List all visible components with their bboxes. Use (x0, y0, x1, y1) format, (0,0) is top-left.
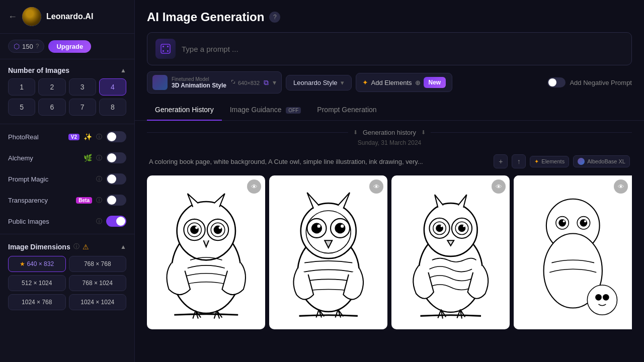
elements-label: Add Elements (371, 79, 412, 86)
svg-point-19 (311, 223, 322, 234)
image-card-4[interactable]: 👁 (514, 175, 632, 329)
dim-title: Image Dimensions (8, 243, 70, 251)
neg-prompt-toggle[interactable] (547, 77, 566, 87)
image-eye-btn-2[interactable]: 👁 (369, 179, 383, 194)
history-label: Generation history (363, 129, 416, 136)
photoreal-v2-badge: V2 (68, 134, 79, 140)
photoreal-info-icon[interactable]: ⓘ (96, 133, 102, 141)
image-guidance-badge: OFF (286, 107, 301, 114)
image-card-2[interactable]: 👁 (269, 175, 387, 329)
dim-btn-640x832[interactable]: ★640 × 832 (8, 256, 66, 272)
prompt-magic-toggle[interactable] (106, 173, 126, 185)
prompt-magic-row: Prompt Magic ⓘ (0, 168, 134, 190)
toolbar: Finetuned Model 3D Animation Style 640×8… (147, 71, 632, 94)
num-btn-3[interactable]: 3 (69, 78, 96, 96)
num-btn-5[interactable]: 5 (8, 99, 35, 116)
main-header: AI Image Generation ? Fine (135, 0, 644, 100)
svg-point-20 (317, 225, 320, 228)
image-card-1[interactable]: 👁 (147, 175, 265, 329)
prompt-actions: + ↑ ✦ Elements AlbedoBase XL (494, 154, 630, 168)
svg-rect-4 (167, 50, 169, 52)
num-btn-1[interactable]: 1 (8, 78, 35, 96)
credits-help-icon[interactable]: ? (36, 43, 39, 50)
main-content: AI Image Generation ? Fine (135, 0, 644, 362)
sidebar: ← Leonardo.AI ⬡ 150 ? Upgrade Number of … (0, 0, 135, 362)
transparency-label: Transparency (8, 197, 72, 204)
elements-tag: ✦ Elements (530, 156, 569, 167)
style-chevron-icon: ▾ (341, 79, 344, 86)
num-btn-4[interactable]: 4 (99, 78, 126, 96)
svg-point-37 (562, 220, 565, 222)
alchemy-row: Alchemy 🌿 ⓘ (0, 147, 134, 168)
public-images-label: Public Images (8, 218, 92, 225)
alchemy-toggle[interactable] (106, 152, 126, 163)
sidebar-header: ← Leonardo.AI (0, 0, 134, 34)
model-size: 640×832 (230, 79, 260, 86)
add-prompt-button[interactable]: + (494, 154, 508, 168)
prompt-input[interactable] (182, 45, 623, 53)
upgrade-button[interactable]: Upgrade (48, 40, 91, 53)
prompt-magic-label: Prompt Magic (8, 175, 92, 183)
new-badge: New (424, 77, 446, 88)
history-prompt-row: A coloring book page, white background, … (147, 154, 632, 168)
num-btn-2[interactable]: 2 (38, 78, 65, 96)
prompt-magic-info-icon[interactable]: ⓘ (96, 175, 102, 184)
public-images-row: Public Images ⓘ (0, 211, 134, 232)
photoreal-label: PhotoReal (8, 133, 64, 141)
image-dimensions-section: Image Dimensions ⓘ ⚠ ▲ ★640 × 832 768 × … (0, 236, 134, 316)
tab-generation-history[interactable]: Generation History (147, 100, 222, 121)
brand-name: Leonardo.AI (46, 12, 93, 21)
svg-point-36 (558, 219, 566, 227)
owl-image-4 (514, 175, 632, 329)
image-card-3[interactable]: 👁 (391, 175, 510, 329)
dim-info-icon[interactable]: ⓘ (73, 242, 79, 251)
tab-prompt-generation[interactable]: Prompt Generation (309, 100, 384, 121)
history-section-header: ⬇ Generation history ⬇ (147, 129, 632, 136)
photoreal-row: PhotoReal V2 ✨ ⓘ (0, 126, 134, 147)
num-btn-7[interactable]: 7 (69, 99, 96, 116)
num-btn-8[interactable]: 8 (99, 99, 126, 116)
dim-btn-512x1024[interactable]: 512 × 1024 (8, 275, 66, 291)
public-images-toggle[interactable] (106, 216, 126, 227)
dim-btn-768x1024[interactable]: 768 × 1024 (69, 275, 127, 291)
dim-btn-1024x1024[interactable]: 1024 × 1024 (69, 294, 127, 310)
transparency-info-icon[interactable]: ⓘ (96, 196, 102, 205)
model-tag-avatar (578, 158, 585, 165)
elements-button[interactable]: ✦ Add Elements ⊕ New (356, 73, 453, 92)
back-button[interactable]: ← (8, 12, 17, 21)
svg-point-42 (587, 285, 617, 315)
rerun-button[interactable]: ↑ (512, 154, 526, 168)
svg-rect-2 (167, 46, 169, 47)
arrow-right-icon: ⬇ (421, 129, 426, 136)
dim-chevron-up-icon[interactable]: ▲ (120, 243, 126, 250)
style-selector[interactable]: Leonardo Style ▾ (286, 75, 351, 90)
credits-icon: ⬡ (14, 42, 20, 50)
model-chevron-icon: ▾ (273, 78, 276, 86)
page-help-icon[interactable]: ? (269, 12, 280, 23)
chevron-up-icon[interactable]: ▲ (120, 67, 126, 74)
dim-title-row: Image Dimensions ⓘ ⚠ (8, 242, 89, 251)
copy-icon: ⧉ (264, 78, 269, 87)
num-images-title: Number of Images (8, 66, 69, 74)
image-eye-btn-3[interactable]: 👁 (492, 179, 506, 194)
alchemy-info-icon[interactable]: ⓘ (96, 154, 102, 162)
tab-image-guidance[interactable]: Image Guidance OFF (222, 100, 309, 121)
dim-btn-1024x768[interactable]: 1024 × 768 (8, 294, 66, 310)
photoreal-toggle[interactable] (106, 131, 126, 142)
svg-point-40 (584, 220, 586, 222)
public-images-info-icon[interactable]: ⓘ (96, 217, 102, 226)
model-selector[interactable]: Finetuned Model 3D Animation Style 640×8… (147, 71, 282, 94)
prompt-box (147, 32, 632, 65)
num-btn-6[interactable]: 6 (38, 99, 65, 116)
svg-point-29 (440, 225, 442, 227)
dim-btn-768x768[interactable]: 768 × 768 (69, 256, 127, 272)
transparency-beta-badge: Beta (76, 197, 92, 204)
owl-image-1 (147, 175, 265, 329)
image-eye-btn-1[interactable]: 👁 (247, 179, 261, 194)
model-info: Finetuned Model 3D Animation Style (172, 76, 226, 89)
model-thumbnail (152, 75, 168, 90)
svg-point-39 (580, 219, 587, 227)
transparency-toggle[interactable] (106, 195, 126, 206)
avatar (22, 7, 41, 26)
image-eye-btn-4[interactable]: 👁 (614, 179, 628, 194)
